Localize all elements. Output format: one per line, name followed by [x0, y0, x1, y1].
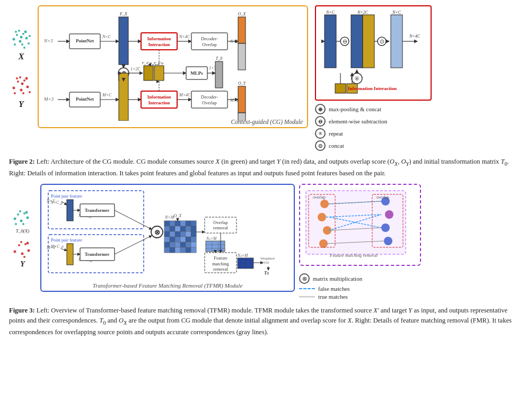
legend-elemwise-text: element-wise subtraction	[329, 118, 387, 124]
legend-maxpool: ⊕ max-pooling & concat	[315, 104, 432, 114]
svg-text:Feature matching removal: Feature matching removal	[329, 253, 378, 258]
tfmr-diagram: Point pair feature N×C_p N×4C_p Transfor…	[46, 188, 290, 278]
svg-rect-168	[175, 221, 180, 226]
svg-rect-78	[191, 91, 227, 108]
legend-elemwise: ⊖ element-wise subtraction	[315, 116, 432, 127]
svg-text:O_X: O_X	[238, 12, 247, 16]
svg-text:Interaction: Interaction	[148, 42, 170, 47]
svg-text:N×4C: N×4C	[409, 34, 420, 39]
svg-point-131	[15, 223, 17, 225]
svg-text:Transformer: Transformer	[85, 252, 110, 257]
svg-point-3	[22, 33, 24, 35]
svg-text:N×C: N×C	[102, 34, 111, 39]
svg-rect-193	[180, 242, 186, 247]
legend-false-matches: false matches	[299, 285, 421, 292]
svg-rect-189	[191, 237, 196, 242]
svg-point-248	[381, 224, 390, 232]
fig3-y-label: Y	[20, 260, 25, 269]
svg-point-123	[14, 218, 16, 220]
svg-rect-183	[191, 231, 196, 237]
svg-rect-35	[141, 33, 177, 50]
svg-point-16	[20, 89, 22, 92]
svg-point-133	[18, 244, 20, 246]
svg-rect-73	[141, 91, 177, 108]
svg-text:T₁: T₁	[264, 270, 269, 275]
dashed-line-icon	[299, 288, 315, 289]
svg-point-13	[29, 35, 31, 37]
legend-concat-text: concat	[329, 142, 344, 149]
svg-rect-175	[180, 226, 186, 231]
cg-module-diagram: N×3 PointNet N×C F_X Information	[43, 10, 303, 121]
svg-rect-201	[191, 247, 196, 253]
svg-text:MLPs: MLPs	[190, 70, 203, 76]
cg-module-label: Context-guided (CG) Module	[231, 119, 303, 125]
svg-rect-197	[170, 247, 175, 253]
tfmr-module-box: Point pair feature N×C_p N×4C_p Transfor…	[40, 184, 295, 292]
svg-rect-184	[164, 237, 170, 242]
fig3-legend: ⊗ matrix multiplication false matches tr…	[299, 273, 421, 301]
svg-rect-45	[238, 43, 246, 70]
svg-rect-188	[186, 237, 191, 242]
svg-rect-185	[170, 237, 175, 242]
svg-rect-40	[191, 33, 227, 50]
svg-rect-32	[119, 17, 128, 65]
svg-rect-52	[154, 66, 164, 81]
svg-text:M×2: M×2	[230, 98, 239, 103]
svg-rect-82	[238, 86, 246, 113]
red-point-cloud	[10, 72, 33, 99]
fig3-point-clouds: T_0(X) Y	[8, 207, 37, 269]
tfmr-module-label: Transformer-based Feature Matching Remov…	[93, 282, 243, 289]
svg-point-9	[28, 42, 30, 44]
svg-rect-181	[180, 231, 186, 237]
svg-rect-170	[186, 221, 191, 226]
svg-point-10	[20, 36, 22, 39]
svg-point-20	[22, 92, 24, 94]
svg-point-137	[20, 241, 22, 243]
svg-rect-187	[180, 237, 186, 242]
svg-rect-177	[191, 226, 196, 231]
svg-text:M×3: M×3	[46, 245, 55, 250]
svg-point-125	[20, 220, 23, 222]
svg-point-242	[320, 200, 329, 208]
svg-point-128	[19, 210, 21, 212]
svg-rect-190	[164, 242, 170, 247]
fmr-diagram: overlap overlap	[303, 188, 409, 260]
svg-rect-180	[175, 231, 180, 237]
svg-point-22	[14, 92, 16, 94]
svg-text:O_Y: O_Y	[238, 81, 247, 86]
legend-repeat: ® repeat	[315, 128, 432, 139]
svg-text:N₂×M: N₂×M	[237, 253, 248, 258]
fig2-caption-bold: Figure 2:	[9, 158, 35, 165]
svg-point-243	[318, 213, 326, 221]
otimes-icon: ⊗	[299, 273, 310, 284]
legend-matrix-mult: ⊗ matrix multiplication	[299, 273, 421, 284]
svg-point-247	[385, 210, 393, 219]
svg-point-138	[23, 256, 25, 258]
svg-rect-143	[67, 200, 73, 221]
svg-rect-194	[186, 242, 191, 247]
svg-point-11	[15, 31, 17, 33]
svg-text:Decoder-: Decoder-	[201, 94, 218, 100]
svg-point-0	[12, 38, 15, 41]
svg-rect-166	[164, 221, 170, 226]
svg-text:®: ®	[355, 75, 359, 82]
svg-text:N×4C: N×4C	[179, 34, 190, 39]
legend-maxpool-text: max-pooling & concat	[329, 106, 381, 112]
green-point-cloud	[10, 24, 33, 51]
svg-text:N×C: N×C	[392, 10, 401, 15]
svg-rect-198	[175, 247, 180, 253]
svg-rect-174	[175, 226, 180, 231]
svg-text:T_0: T_0	[216, 56, 222, 61]
r-circle-icon: ®	[315, 128, 326, 139]
svg-rect-99	[391, 15, 402, 68]
svg-text:N×2: N×2	[230, 39, 238, 44]
svg-rect-231	[238, 258, 253, 269]
svg-point-127	[27, 217, 29, 219]
svg-text:F_Y: F_Y	[119, 120, 128, 121]
svg-rect-114	[335, 84, 346, 93]
plus-circle-icon: ⊕	[315, 104, 326, 114]
svg-text:Point pair feature: Point pair feature	[51, 237, 82, 243]
figure3-section: T_0(X) Y	[8, 184, 518, 337]
svg-point-2	[19, 40, 21, 43]
svg-rect-167	[170, 221, 175, 226]
